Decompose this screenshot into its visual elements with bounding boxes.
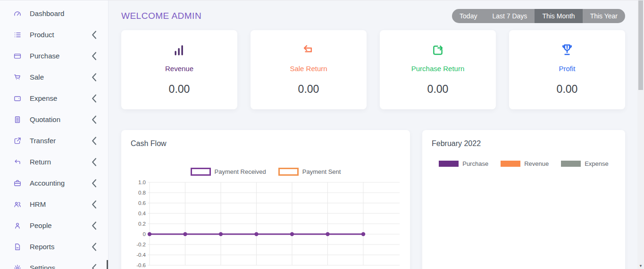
- sidebar-item-label: HRM: [30, 200, 90, 208]
- sidebar-item-hrm[interactable]: HRM: [0, 194, 108, 215]
- payment-received-swatch: [191, 168, 211, 176]
- cart-icon: [13, 73, 22, 82]
- page-scrollbar[interactable]: ▼: [637, 0, 644, 269]
- chevron-left-icon: [90, 94, 99, 103]
- purchase-swatch: [439, 161, 459, 167]
- credit-card-icon: [13, 52, 22, 60]
- stat-label: Revenue: [121, 65, 237, 73]
- cashflow-chart: 1.00.80.60.40.20-0.2-0.4-0.6: [131, 179, 401, 269]
- sidebar-item-label: Purchase: [30, 52, 90, 60]
- users-icon: [13, 200, 22, 209]
- svg-text:-0.2: -0.2: [136, 242, 146, 247]
- legend-item-payment-received: Payment Received: [191, 168, 266, 176]
- legend-item-revenue: Revenue: [501, 160, 549, 167]
- page-title: WELCOME ADMIN: [121, 11, 201, 21]
- chevron-left-icon: [90, 115, 99, 124]
- sidebar-item-quotation[interactable]: Quotation: [0, 109, 108, 130]
- chevron-left-icon: [90, 264, 99, 269]
- sidebar-item-return[interactable]: Return: [0, 151, 108, 172]
- topbar: WELCOME ADMIN Today Last 7 Days This Mon…: [121, 9, 625, 23]
- sidebar-item-label: Return: [30, 158, 90, 166]
- scrollbar-thumb[interactable]: [638, 0, 643, 90]
- sidebar-item-people[interactable]: People: [0, 215, 108, 236]
- filter-button-last-7-days[interactable]: Last 7 Days: [485, 9, 535, 23]
- stat-label: Purchase Return: [380, 65, 496, 73]
- filter-button-this-month[interactable]: This Month: [535, 9, 582, 23]
- list-icon: [13, 31, 22, 39]
- sidebar-item-sale[interactable]: Sale: [0, 66, 108, 88]
- chevron-left-icon: [90, 137, 99, 145]
- chevron-left-icon: [90, 221, 99, 230]
- sidebar-scrollbar-thumb[interactable]: [107, 260, 108, 269]
- stat-card-revenue: Revenue 0.00: [121, 30, 237, 109]
- main-content: WELCOME ADMIN Today Last 7 Days This Mon…: [109, 0, 637, 269]
- report-file-icon: [13, 243, 22, 251]
- stat-label: Profit: [509, 65, 625, 73]
- cash-flow-legend: Payment Received Payment Sent: [131, 168, 401, 176]
- share-box-icon: [13, 137, 22, 145]
- sidebar-item-product[interactable]: Product: [0, 24, 108, 45]
- sidebar-item-label: Quotation: [30, 115, 90, 123]
- stat-cards-row: Revenue 0.00 Sale Return 0.00 Purchase R…: [121, 30, 625, 109]
- sidebar-item-accounting[interactable]: Accounting: [0, 172, 108, 194]
- filter-button-today[interactable]: Today: [452, 9, 485, 23]
- chevron-left-icon: [90, 73, 99, 82]
- bar-chart-icon: [172, 51, 187, 59]
- sidebar-item-label: Accounting: [30, 179, 90, 187]
- person-icon: [13, 221, 22, 230]
- sidebar-item-label: Dashboard: [30, 9, 99, 17]
- legend-item-purchase: Purchase: [439, 160, 488, 167]
- sidebar: Dashboard Product Purchase Sale Expense …: [0, 0, 109, 269]
- chevron-left-icon: [90, 243, 99, 251]
- sidebar-item-dashboard[interactable]: Dashboard: [0, 3, 108, 24]
- sidebar-item-label: Product: [30, 31, 90, 39]
- return-arrow-icon: [301, 51, 316, 59]
- gear-icon: [13, 264, 22, 269]
- stat-card-sale-return: Sale Return 0.00: [251, 30, 367, 109]
- svg-text:-0.6: -0.6: [136, 262, 146, 268]
- chevron-left-icon: [90, 179, 99, 187]
- monthly-overview-card: February 2022 Purchase Revenue Expense: [422, 130, 625, 269]
- wallet-icon: [13, 94, 22, 103]
- sidebar-item-expense[interactable]: Expense: [0, 88, 108, 109]
- legend-item-payment-sent: Payment Sent: [278, 168, 341, 176]
- trophy-icon: [560, 51, 575, 59]
- chevron-left-icon: [90, 52, 99, 60]
- sidebar-item-label: People: [30, 221, 90, 229]
- sidebar-item-label: Reports: [30, 243, 90, 251]
- share-return-icon: [430, 51, 445, 59]
- monthly-overview-title: February 2022: [432, 139, 616, 148]
- date-filter-group: Today Last 7 Days This Month This Year: [452, 9, 625, 23]
- filter-button-this-year[interactable]: This Year: [583, 9, 625, 23]
- sidebar-item-label: Sale: [30, 73, 90, 81]
- monthly-overview-legend: Purchase Revenue Expense: [432, 160, 616, 167]
- svg-text:1.0: 1.0: [138, 179, 146, 185]
- chevron-left-icon: [90, 31, 99, 39]
- sidebar-item-purchase[interactable]: Purchase: [0, 45, 108, 66]
- sidebar-item-transfer[interactable]: Transfer: [0, 130, 108, 151]
- dashboard-gauge-icon: [13, 9, 22, 18]
- svg-text:-0.4: -0.4: [136, 252, 146, 258]
- sidebar-item-label: Expense: [30, 94, 90, 102]
- sidebar-item-label: Settings: [30, 264, 90, 269]
- legend-item-expense: Expense: [561, 160, 609, 167]
- stat-value: 0.00: [380, 83, 496, 96]
- cash-flow-title: Cash Flow: [131, 139, 401, 148]
- expense-swatch: [561, 161, 581, 167]
- stat-label: Sale Return: [251, 65, 367, 73]
- chevron-left-icon: [90, 200, 99, 209]
- payment-sent-swatch: [278, 168, 299, 176]
- document-icon: [13, 115, 22, 124]
- sidebar-item-label: Transfer: [30, 137, 90, 145]
- briefcase-icon: [13, 179, 22, 187]
- scrollbar-down-arrow-icon[interactable]: ▼: [637, 264, 644, 268]
- svg-text:0.2: 0.2: [138, 221, 146, 227]
- undo-arrow-icon: [13, 158, 22, 166]
- sidebar-item-settings[interactable]: Settings: [0, 257, 108, 269]
- svg-text:0: 0: [143, 231, 146, 237]
- charts-row: Cash Flow Payment Received Payment Sent …: [121, 130, 625, 269]
- sidebar-item-reports[interactable]: Reports: [0, 236, 108, 257]
- cash-flow-card: Cash Flow Payment Received Payment Sent …: [121, 130, 410, 269]
- stat-value: 0.00: [509, 83, 625, 96]
- svg-text:0.6: 0.6: [138, 200, 146, 206]
